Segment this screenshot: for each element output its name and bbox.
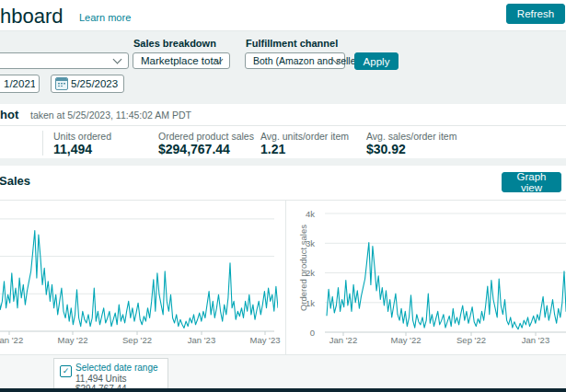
date-start-input[interactable] (0, 75, 40, 93)
metric-value: 11,494 (53, 142, 111, 156)
metric-value: $30.92 (366, 142, 456, 156)
x-tick-label: May '23 (250, 335, 281, 345)
section-separator (0, 158, 566, 166)
page-title: hboard (0, 5, 64, 29)
snapshot-taken-at: taken at 5/25/2023, 11:45:02 AM PDT (30, 110, 191, 121)
metric-label: Avg. units/order item (260, 131, 349, 142)
x-tick-label: Jan '23 (522, 335, 549, 345)
learn-more-link[interactable]: Learn more (79, 12, 131, 23)
graph-view-button[interactable]: Graph view (502, 172, 561, 192)
sales-breakdown-value: Marketplace total (141, 55, 222, 66)
y-tick-label: 2k (293, 268, 315, 278)
apply-button[interactable]: Apply (354, 52, 399, 70)
chart-footer-band: ✓ Selected date range 11,494 Units $294,… (0, 354, 566, 390)
units-ordered-chart[interactable]: Jan '22 May '22 Sep '22 Jan '23 May '23 (0, 201, 285, 355)
bottom-edge-bar (0, 388, 566, 392)
sales-dashboard-page: { "header": { "title_visible": "hboard",… (0, 0, 566, 392)
units-ordered-chart-svg[interactable] (0, 201, 278, 339)
metric-label: Units ordered (53, 131, 111, 142)
sales-section-heading: Sales (0, 174, 30, 188)
checkbox-checked-icon[interactable]: ✓ (60, 365, 72, 377)
divider (0, 125, 566, 126)
metric-label: Ordered product sales (158, 131, 254, 142)
chevron-down-icon (113, 55, 122, 64)
x-tick-label: Jan '23 (188, 335, 215, 345)
filter-band: Sales breakdown Marketplace total Fulfil… (0, 30, 566, 104)
calendar-icon[interactable] (55, 77, 68, 90)
metric-label: Avg. sales/order item (366, 131, 456, 142)
date-end-field (51, 75, 124, 93)
x-tick-label: Sep '22 (122, 335, 152, 345)
x-tick-label: May '22 (58, 335, 88, 345)
sales-breakdown-label: Sales breakdown (133, 38, 216, 49)
legend-selected-date-range[interactable]: ✓ Selected date range 11,494 Units $294,… (53, 358, 168, 392)
fulfillment-channel-select[interactable]: Both (Amazon and seller) (245, 52, 345, 69)
y-tick-label: 1k (293, 298, 315, 308)
legend-title: Selected date range (75, 363, 158, 373)
date-range-preset-select[interactable] (0, 52, 129, 69)
refresh-button[interactable]: Refresh (506, 4, 565, 24)
x-tick-label: May '22 (391, 335, 422, 345)
metric-value: 1.21 (260, 142, 349, 156)
x-tick-label: Jan '22 (329, 335, 357, 345)
metric-divider (42, 131, 43, 156)
ordered-product-sales-chart[interactable]: Ordered product sales 4k 3k 2k 1k 0 Jan … (285, 201, 566, 355)
y-tick-label: 0 (293, 328, 315, 338)
x-tick-label: Jan '22 (0, 335, 23, 345)
legend-units: 11,494 Units (75, 374, 126, 384)
metric-avg-sales-order-item: Avg. sales/order item $30.92 (366, 131, 456, 156)
snapshot-heading: hot (0, 108, 18, 121)
metric-value: $294,767.44 (158, 142, 254, 156)
y-tick-label: 4k (293, 209, 315, 219)
y-tick-label: 3k (293, 238, 315, 248)
fulfillment-channel-label: Fulfillment channel (246, 38, 338, 49)
ordered-product-sales-chart-svg[interactable] (318, 201, 566, 339)
sales-charts-card: Jan '22 May '22 Sep '22 Jan '23 May '23 … (0, 200, 566, 355)
metric-avg-units-order-item: Avg. units/order item 1.21 (260, 131, 349, 156)
x-tick-label: Sep '22 (456, 335, 486, 345)
metric-units-ordered: Units ordered 11,494 (53, 131, 111, 156)
metric-ordered-product-sales: Ordered product sales $294,767.44 (158, 131, 254, 156)
fulfillment-channel-value: Both (Amazon and seller) (253, 55, 362, 66)
sales-breakdown-select[interactable]: Marketplace total (133, 52, 230, 69)
